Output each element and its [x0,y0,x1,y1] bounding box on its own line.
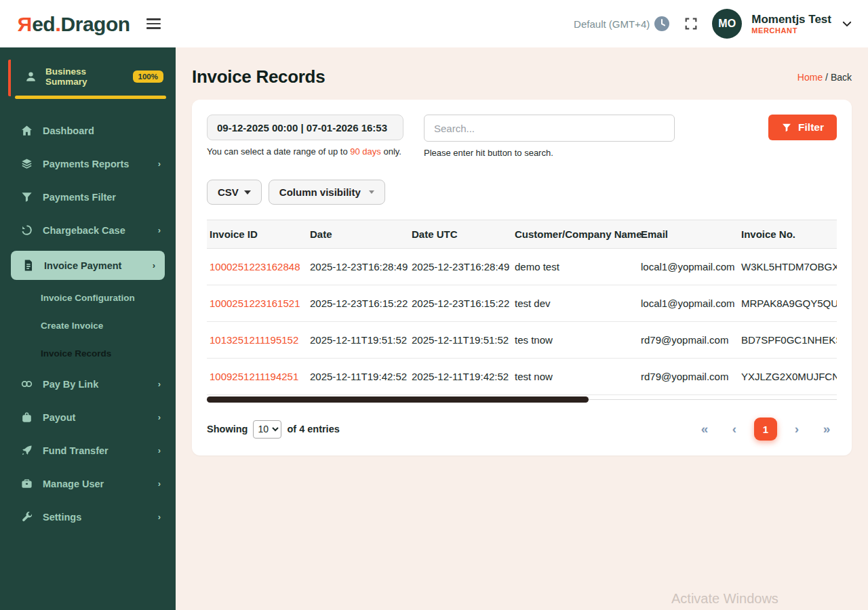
table-row: 1000251223161521 2025-12-23T16:15:22 202… [207,285,837,322]
pagination-prev-button[interactable]: ‹ [724,422,745,436]
cell-date: 2025-12-23T16:28:49 [307,249,409,285]
col-header-invoice-no[interactable]: Invoice No. [738,220,837,249]
main-content: Invoice Records Home / Back 09-12-2025 0… [176,47,868,610]
briefcase-icon [20,477,33,490]
cell-customer: test now [512,359,638,395]
table-row: 1013251211195152 2025-12-11T19:51:52 202… [207,322,837,359]
filter-button[interactable]: Filter [768,115,837,140]
link-icon [20,378,33,390]
pagination-first-button[interactable]: « [694,422,715,436]
invoice-icon [22,259,35,272]
breadcrumb-back-link[interactable]: Back [831,72,852,83]
sidebar-item-invoice-payment[interactable]: Invoice Payment › [11,251,165,280]
pagination-next-button[interactable]: › [787,422,807,436]
chevron-down-icon[interactable] [841,18,853,30]
showing-entries: Showing 10 of 4 entries [207,420,340,439]
user-name: Momentjs Test [751,12,831,26]
sidebar: Business Summary 100% Dashboard Payments… [0,47,176,610]
date-range-input[interactable]: 09-12-2025 00:00 | 07-01-2026 16:53 [207,115,403,140]
sidebar-item-label: Fund Transfer [43,445,108,456]
timezone-label[interactable]: Default (GMT+4) [574,18,650,30]
cell-invoice-no: YXJLZG2X0MUJFCNX [738,359,837,395]
cell-email: local1@yopmail.com [638,285,738,322]
csv-export-button[interactable]: CSV [207,180,262,205]
search-input[interactable] [424,115,675,142]
breadcrumb-home-link[interactable]: Home [797,72,823,83]
sidebar-item-label: Payments Reports [43,159,129,169]
completion-badge: 100% [133,70,163,83]
rocket-icon [20,444,33,457]
date-range-limit: 90 days [350,146,381,157]
cell-invoice-no: MRPAK8A9GQY5QUK5 [738,285,837,322]
chevron-right-icon: › [158,412,161,422]
cell-date-utc: 2025-12-11T19:51:52 [409,322,512,359]
cell-email: rd79@yopmail.com [638,359,738,395]
sidebar-item-label: Invoice Payment [44,260,121,271]
invoice-id-link[interactable]: 1013251211195152 [210,334,298,346]
sidebar-item-payout[interactable]: Payout › [0,401,176,434]
col-header-invoice-id[interactable]: Invoice ID [207,220,307,249]
invoice-id-link[interactable]: 1009251211194251 [210,371,298,382]
sidebar-item-chargeback-case[interactable]: Chargeback Case › [0,214,176,247]
cell-date: 2025-12-11T19:51:52 [307,322,409,359]
cell-invoice-no: W3KL5HTDM7OBGXNT [738,249,837,285]
sidebar-item-label: Dashboard [43,125,94,136]
cell-date: 2025-12-11T19:42:52 [307,359,409,395]
col-header-date[interactable]: Date [307,220,409,249]
sidebar-item-label: Chargeback Case [43,225,125,236]
search-hint: Please enter hit button to search. [424,148,675,158]
activate-windows-watermark: Activate Windows [671,591,778,607]
cell-date-utc: 2025-12-23T16:28:49 [409,249,512,285]
brand-logo[interactable]: Red.Dragon [18,12,130,37]
wrench-icon [20,510,33,523]
pagination-page-1-button[interactable]: 1 [754,418,777,441]
table-row: 1000251223162848 2025-12-23T16:28:49 202… [207,249,837,285]
cell-date-utc: 2025-12-11T19:42:52 [409,359,512,395]
sidebar-item-label: Manage User [43,479,104,489]
sidebar-item-pay-by-link[interactable]: Pay By Link › [0,367,176,401]
avatar[interactable]: MO [712,9,742,39]
invoice-id-link[interactable]: 1000251223161521 [210,298,300,309]
invoice-table-container: Invoice ID Date Date UTC Customer/Compan… [207,220,837,395]
sidebar-item-payments-reports[interactable]: Payments Reports › [0,147,176,180]
scrollbar-thumb[interactable] [207,396,589,403]
sidebar-item-business-summary[interactable]: Business Summary 100% [8,60,167,96]
cell-invoice-no: BD7SPF0GC1NHEKSO [738,322,837,359]
logo-r-glyph: R [18,13,32,36]
submenu-item-invoice-records[interactable]: Invoice Records [0,340,176,367]
person-icon [24,70,37,83]
sidebar-item-manage-user[interactable]: Manage User › [0,467,176,500]
invoice-id-link[interactable]: 1000251223162848 [210,261,300,272]
caret-down-icon [244,190,251,195]
logo-dragon: Dragon [61,13,130,36]
sidebar-item-dashboard[interactable]: Dashboard [0,114,176,147]
entries-count-label: of 4 entries [287,424,339,434]
column-visibility-button[interactable]: Column visibility [269,180,385,205]
col-header-date-utc[interactable]: Date UTC [409,220,512,249]
table-row: 1009251211194251 2025-12-11T19:42:52 202… [207,359,837,395]
cell-email: local1@yopmail.com [638,249,738,285]
sidebar-nav: Dashboard Payments Reports › Payments Fi… [0,114,176,533]
menu-toggle-icon[interactable] [146,18,161,29]
breadcrumb: Home / Back [797,72,852,83]
business-summary-label: Business Summary [45,66,125,87]
table-header-row: Invoice ID Date Date UTC Customer/Compan… [207,220,837,249]
fullscreen-icon[interactable] [684,16,698,31]
submenu-item-create-invoice[interactable]: Create Invoice [0,312,176,340]
invoice-records-card: 09-12-2025 00:00 | 07-01-2026 16:53 You … [192,100,852,455]
submenu-item-invoice-configuration[interactable]: Invoice Configuration [0,284,176,312]
user-info[interactable]: Momentjs Test MERCHANT [751,12,831,36]
sidebar-item-settings[interactable]: Settings › [0,500,176,533]
clock-icon[interactable] [654,16,670,32]
sidebar-item-payments-filter[interactable]: Payments Filter [0,180,176,214]
pagination-last-button[interactable]: » [816,422,837,436]
col-header-customer[interactable]: Customer/Company Name [512,220,638,249]
page-size-select[interactable]: 10 [253,420,281,439]
showing-label: Showing [207,424,248,434]
sidebar-item-label: Settings [43,512,81,523]
chevron-right-icon: › [158,379,161,389]
cell-customer: test dev [512,285,638,322]
sidebar-item-fund-transfer[interactable]: Fund Transfer › [0,434,176,467]
cell-customer: demo test [512,249,638,285]
col-header-email[interactable]: Email [638,220,738,249]
